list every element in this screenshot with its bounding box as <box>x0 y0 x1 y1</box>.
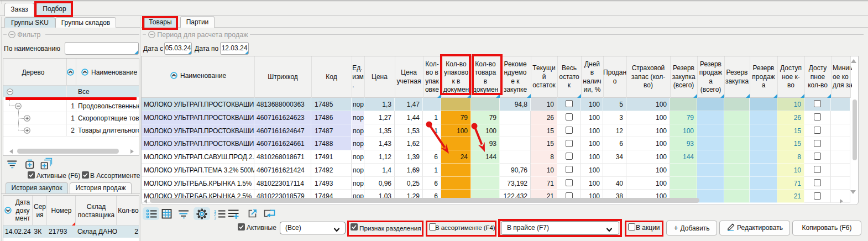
svg-text:3: 3 <box>214 216 216 220</box>
